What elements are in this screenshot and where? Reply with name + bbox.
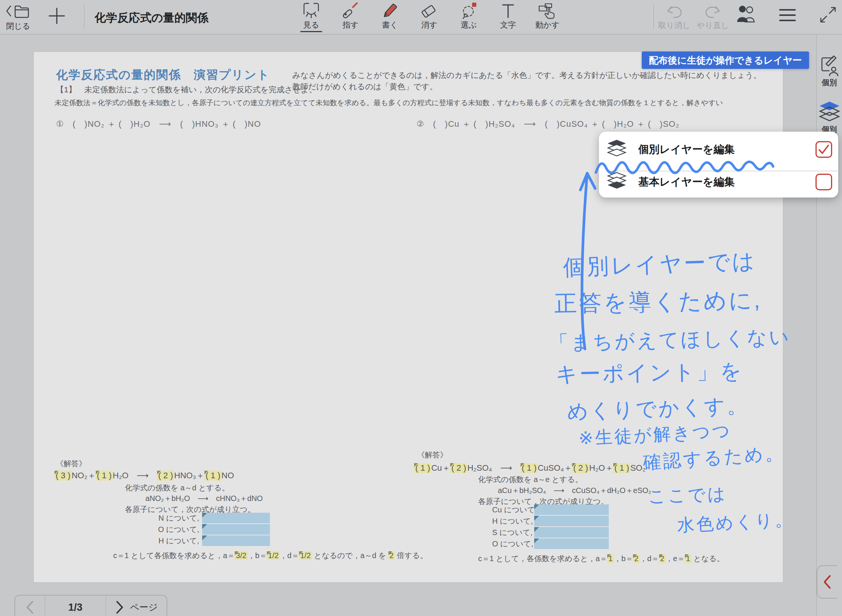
solution1-conclusion: c＝1 として各係数を求めると，a＝3/2，b＝1/2，d＝1/2 となるので，… [113,551,427,561]
student-layer-banner: 配布後に生徒が操作できるレイヤー [642,51,809,69]
flip-cover-yellow[interactable]: ( 2 ) [572,463,589,473]
flip-cover-yellow[interactable]: 1 [685,554,691,563]
toolbar-divider [84,5,84,29]
laser-pointer-icon [342,2,359,19]
equation-text: となるので，a～d を [312,551,388,560]
next-page-button chevron-right-icon[interactable] [115,600,125,614]
layer-menu-item-individual[interactable]: 個別レイヤーを編集 [606,138,832,161]
flip-cover-yellow[interactable]: 1/2 [299,551,312,560]
equation-text: c＝1 として，各係数を求めると，a＝ [478,554,607,563]
add-page-button[interactable] [47,6,67,26]
flip-cover-yellow[interactable]: ( 1 ) [96,471,113,481]
solution1-atom-row: N について, [148,513,270,523]
tool-select[interactable]: 選ぶ [451,2,486,32]
flip-cover-blue[interactable] [202,513,270,523]
flip-cover-yellow[interactable]: ( 1 ) [613,463,630,473]
flip-cover-blue[interactable] [534,516,609,526]
tool-erase[interactable]: 消す [412,2,447,32]
flip-cover-blue[interactable] [202,535,270,546]
flip-cover-yellow[interactable]: ( 1 ) [414,463,431,473]
handwriting-line: 正答を導くために, [554,285,762,319]
method-note: 未定係数法＝化学式の係数を未知数とし，各原子についての連立方程式を立てて未知数を… [55,98,723,108]
sidebar-individual-edit[interactable]: 個別 [817,54,842,88]
chevron-left-icon [822,574,833,590]
handwriting-line: ここでは [648,482,727,508]
page-navigator: 1/3 ページ [14,595,167,616]
equation-text: ，e＝ [666,554,685,563]
hamburger-menu-icon [777,7,798,23]
solution2-header: 《解答》 [417,450,448,460]
worksheet-title: 化学反応式の量的関係 演習プリント [56,67,270,83]
redo-button[interactable]: やり直し [694,4,732,31]
pager-right-section: ページ [106,600,167,614]
undo-button[interactable]: 取り消し [655,4,693,31]
back-folder-icon [6,3,30,20]
checkbox-base-layer[interactable] [815,174,832,190]
tool-point-label: 指す [343,20,359,30]
tool-select-label: 選ぶ [461,20,477,30]
active-tool-underline [300,31,322,32]
flip-cover-blue[interactable] [534,538,609,549]
layer-menu-item-base[interactable]: 基本レイヤーを編集 [606,170,832,194]
solution2-step1: 化学式の係数を a～e とする。 [478,474,583,485]
flip-cover-yellow[interactable]: 1 [607,554,614,563]
tool-view[interactable]: 見る [294,2,329,32]
layer-menu-popup: 個別レイヤーを編集 基本レイヤーを編集 [599,132,838,198]
prev-page-button[interactable] [15,600,45,614]
flip-cover-blue[interactable] [534,504,609,515]
flip-cover-yellow[interactable]: 3/2 [235,551,248,560]
undo-icon [664,4,684,20]
page-indicator: 1/3 [45,602,106,613]
tool-write[interactable]: 書く [373,2,407,32]
equation-text: ，d＝ [280,551,299,560]
fullscreen-button[interactable] [819,5,837,24]
flip-cover-yellow[interactable]: ( 2 ) [450,463,467,473]
equation-text: c＝1 として各係数を求めると，a＝ [113,551,235,560]
solution1-step1: 化学式の係数を a～d とする。 [125,483,229,493]
worksheet-note: みなさんがめくることができるのは，解法のカギにあたる「水色」です。考える方針が正… [292,70,777,92]
tool-move-label: 動かす [535,20,560,30]
solution2-atom-row: Cu について, [492,504,609,515]
atom-label: H について, [492,516,532,526]
tool-move[interactable]: 動かす [530,2,565,32]
expand-arrows-icon [819,5,837,24]
solution2-step2: aCu＋bH₂SO₄ ⟶ cCuSO₄＋dH₂O＋eSO₂ [498,485,651,496]
tool-view-label: 見る [303,20,320,30]
tool-point[interactable]: 指す [333,2,368,32]
sidebar-layers-button[interactable]: 個別 [817,101,842,135]
flip-cover-yellow[interactable]: 2 [388,551,395,560]
text-tool-icon [499,2,517,19]
collapse-panel-tab[interactable] [817,565,837,599]
atom-label: O について, [148,524,199,535]
flip-cover-yellow[interactable]: ( 3 ) [55,471,72,481]
tool-text-label: 文字 [500,20,516,30]
lasso-select-icon [460,2,477,19]
flip-cover-yellow[interactable]: 1/2 [267,551,280,560]
flip-cover-yellow[interactable]: ( 1 ) [204,471,221,481]
undo-label: 取り消し [658,20,691,31]
solution1-step2: aNO₂＋bH₂O ⟶ cHNO₃＋dNO [145,493,263,504]
close-button[interactable]: 閉じる [6,3,30,31]
toolbar: 閉じる 化学反応式の量的関係 見る [0,0,842,34]
flip-cover-yellow[interactable]: ( 2 ) [157,471,174,481]
flip-cover-yellow[interactable]: 2 [659,554,666,563]
flip-cover-blue[interactable] [534,527,609,538]
solution2-answer-equation: ( 1 )Cu＋( 2 )H₂SO₄ ⟶ ( 1 )CuSO₄＋( 2 )H₂O… [414,462,646,474]
solution2-atom-row: H について, [492,516,609,526]
tool-text[interactable]: 文字 [491,2,525,32]
menu-button[interactable] [777,7,798,23]
flip-cover-blue[interactable] [202,524,270,535]
handwriting-line: キーポイント」を [555,357,744,389]
layer-item-label: 個別レイヤーを編集 [638,142,735,157]
flip-cover-yellow[interactable]: 2 [633,554,639,563]
participants-button[interactable] [736,5,759,24]
redo-label: やり直し [697,20,729,31]
checkbox-individual-layer[interactable] [815,141,832,158]
flip-cover-yellow[interactable]: ( 1 ) [521,463,538,473]
people-icon [736,5,759,24]
solution1-atom-row: H について, [148,535,270,546]
redo-icon [703,4,723,20]
page-label: ページ [130,601,157,613]
atom-label: N について, [148,513,199,523]
solution1-header: 《解答》 [56,459,86,469]
